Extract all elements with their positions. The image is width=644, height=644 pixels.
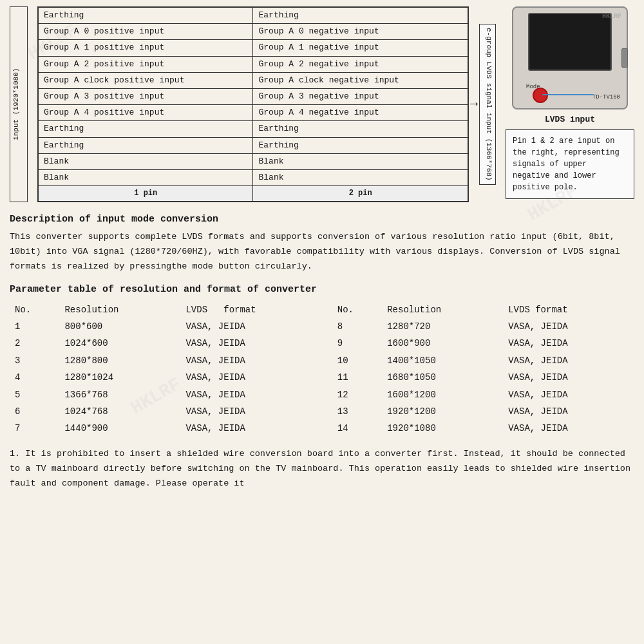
top-section: input (1920*1080) Earthing Earthing Grou… [10, 6, 634, 202]
table-row: Group A 2 positive input Group A 2 negat… [39, 56, 468, 72]
lvds-format: VASA, JEIDA [503, 318, 634, 335]
resolution: 1280*800 [59, 352, 180, 369]
cell: Earthing [253, 8, 468, 24]
cell: Blank [253, 169, 468, 185]
resolution: 1920*1080 [382, 420, 503, 437]
no: 13 [332, 403, 382, 420]
resolution: 1920*1200 [382, 403, 503, 420]
pin-2-label: 2 pin [253, 186, 468, 202]
resolution: 1400*1050 [382, 352, 503, 369]
param-table: No. Resolution LVDS format No. Resolutio… [10, 301, 634, 437]
no: 5 [10, 386, 59, 403]
resolution: 1600*900 [382, 335, 503, 352]
param-row: 1 800*600 VASA, JEIDA 8 1280*720 VASA, J… [10, 318, 634, 335]
col-lvds1: LVDS format [180, 301, 332, 318]
page-wrapper: HKLRF HKLRF HKLRF input (1920*1080) Eart… [0, 0, 644, 498]
cell: Group A 1 negative input [253, 40, 468, 56]
mode-line [542, 94, 594, 95]
lvds-format: VASA, JEIDA [180, 403, 332, 420]
table-row: Group A 3 positive input Group A 3 negat… [39, 88, 468, 104]
table-row: Group A clock positive input Group A clo… [39, 72, 468, 88]
lvds-format: VASA, JEIDA [180, 318, 332, 335]
device-box: HKLRF Mode TD-TV160 [512, 6, 628, 109]
signal-label-wrapper: → e-group LVDS signal input (1366*768) [470, 6, 496, 202]
cell: Blank [39, 153, 253, 169]
resolution: 1024*600 [59, 335, 180, 352]
cell: Earthing [39, 8, 253, 24]
table-and-signal: Earthing Earthing Group A 0 positive inp… [37, 6, 496, 202]
resolution: 1600*1200 [382, 386, 503, 403]
device-connector [621, 48, 628, 68]
device-button[interactable] [533, 88, 548, 103]
col-lvds2: LVDS format [503, 301, 634, 318]
lvds-format: VASA, JEIDA [503, 369, 634, 386]
lvds-format: VASA, JEIDA [503, 335, 634, 352]
param-row: 2 1024*600 VASA, JEIDA 9 1600*900 VASA, … [10, 335, 634, 352]
device-screen [528, 13, 612, 71]
bottom-notes: 1. It is prohibited to insert a shielded… [10, 447, 634, 491]
no: 9 [332, 335, 382, 352]
cell: Group A clock positive input [39, 72, 253, 88]
col-no2: No. [332, 301, 382, 318]
resolution: 1680*1050 [382, 369, 503, 386]
param-row: 4 1280*1024 VASA, JEIDA 11 1680*1050 VAS… [10, 369, 634, 386]
no: 14 [332, 420, 382, 437]
col-res1: Resolution [59, 301, 180, 318]
no: 6 [10, 403, 59, 420]
table-row: Earthing Earthing [39, 8, 468, 24]
cell: Group A 4 positive input [39, 105, 253, 121]
table-row: Blank Blank [39, 169, 468, 185]
arrow-icon: → [470, 97, 478, 111]
table-row: Blank Blank [39, 153, 468, 169]
cell: Group A 2 negative input [253, 56, 468, 72]
cell: Blank [39, 169, 253, 185]
table-row: Group A 4 positive input Group A 4 negat… [39, 105, 468, 121]
lvds-format: VASA, JEIDA [503, 352, 634, 369]
cell: Blank [253, 153, 468, 169]
resolution: 1366*768 [59, 386, 180, 403]
no: 11 [332, 369, 382, 386]
lvds-format: VASA, JEIDA [180, 386, 332, 403]
lvds-format: VASA, JEIDA [503, 420, 634, 437]
param-row: 3 1280*800 VASA, JEIDA 10 1400*1050 VASA… [10, 352, 634, 369]
lvds-format: VASA, JEIDA [503, 403, 634, 420]
lvds-format: VASA, JEIDA [180, 420, 332, 437]
cell: Earthing [253, 121, 468, 137]
right-section: HKLRF Mode TD-TV160 LVDS input Pin 1 & 2… [506, 6, 634, 202]
cell: Earthing [253, 137, 468, 153]
no: 7 [10, 420, 59, 437]
cell: Group A 2 positive input [39, 56, 253, 72]
note-box: Pin 1 & 2 are input on the right, repres… [506, 129, 634, 199]
table-row: Group A 0 positive input Group A 0 negat… [39, 24, 468, 40]
no: 1 [10, 318, 59, 335]
table-row: Earthing Earthing [39, 137, 468, 153]
note-text: Pin 1 & 2 are input on the right, repres… [513, 137, 620, 192]
resolution: 1280*1024 [59, 369, 180, 386]
cell: Group A clock negative input [253, 72, 468, 88]
table-footer-row: 1 pin 2 pin [39, 186, 468, 202]
device-watermark: HKLRF [602, 13, 621, 20]
description-title: Description of input mode conversion [10, 214, 634, 225]
cell: Group A 3 positive input [39, 88, 253, 104]
resolution: 800*600 [59, 318, 180, 335]
cell: Group A 4 negative input [253, 105, 468, 121]
col-res2: Resolution [382, 301, 503, 318]
resolution: 1280*720 [382, 318, 503, 335]
pin-table: Earthing Earthing Group A 0 positive inp… [38, 7, 468, 202]
param-header-row: No. Resolution LVDS format No. Resolutio… [10, 301, 634, 318]
no: 4 [10, 369, 59, 386]
table-row: Group A 1 positive input Group A 1 negat… [39, 40, 468, 56]
cell: Group A 0 negative input [253, 24, 468, 40]
no: 2 [10, 335, 59, 352]
param-row: 6 1024*768 VASA, JEIDA 13 1920*1200 VASA… [10, 403, 634, 420]
param-row: 5 1366*768 VASA, JEIDA 12 1600*1200 VASA… [10, 386, 634, 403]
resolution: 1024*768 [59, 403, 180, 420]
param-title: Parameter table of resolution and format… [10, 284, 634, 295]
resolution: 1440*900 [59, 420, 180, 437]
lvds-format: VASA, JEIDA [503, 386, 634, 403]
param-section: Parameter table of resolution and format… [10, 284, 634, 437]
no: 12 [332, 386, 382, 403]
table-row: Earthing Earthing [39, 121, 468, 137]
cell: Group A 0 positive input [39, 24, 253, 40]
pin-1-label: 1 pin [39, 186, 253, 202]
